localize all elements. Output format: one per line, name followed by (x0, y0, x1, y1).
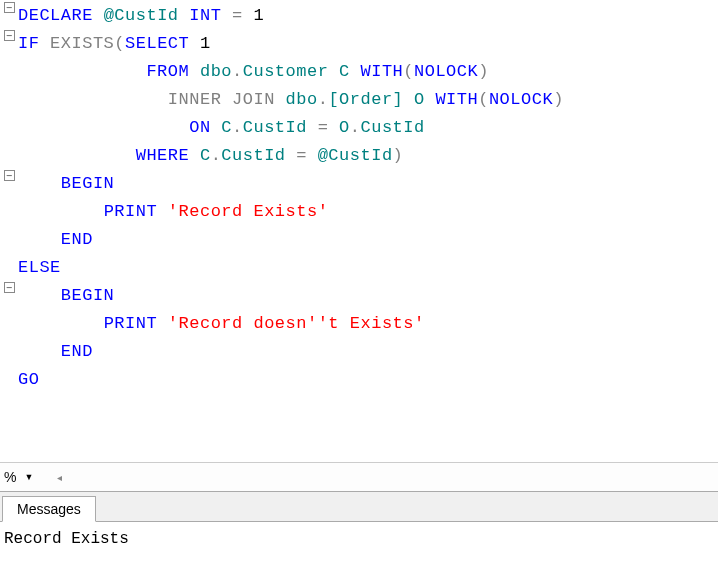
code-token (18, 146, 136, 165)
tab-label: Messages (17, 501, 81, 517)
code-content[interactable]: DECLARE @CustId INT = 1IF EXISTS(SELECT … (18, 0, 718, 462)
gutter-row (0, 254, 18, 282)
fold-collapse-icon[interactable]: − (4, 30, 15, 41)
code-token: ) (478, 62, 489, 81)
code-token (157, 202, 168, 221)
code-line[interactable]: ON C.CustId = O.CustId (18, 114, 718, 142)
code-line[interactable]: PRINT 'Record doesn''t Exists' (18, 310, 718, 338)
code-token (221, 6, 232, 25)
chevron-down-icon[interactable]: ▼ (20, 472, 37, 482)
code-token: O (339, 118, 350, 137)
code-line[interactable]: INNER JOIN dbo.[Order] O WITH(NOLOCK) (18, 86, 718, 114)
code-token: ELSE (18, 258, 61, 277)
code-token: BEGIN (61, 174, 115, 193)
expand-arrow-icon[interactable]: ◂ (57, 472, 62, 483)
code-token: 1 (253, 6, 264, 25)
gutter-row: − (0, 2, 18, 30)
code-token: . (318, 90, 329, 109)
code-token: 'Record Exists' (168, 202, 329, 221)
code-line[interactable]: WHERE C.CustId = @CustId) (18, 142, 718, 170)
gutter-row (0, 58, 18, 86)
results-tabs: Messages (0, 492, 718, 522)
code-token: WHERE (136, 146, 190, 165)
code-token: . (232, 62, 243, 81)
gutter-row (0, 226, 18, 254)
code-line[interactable]: BEGIN (18, 282, 718, 310)
gutter-row (0, 338, 18, 366)
code-token: . (232, 118, 243, 137)
code-token: ( (478, 90, 489, 109)
code-token: GO (18, 370, 39, 389)
code-line[interactable]: FROM dbo.Customer C WITH(NOLOCK) (18, 58, 718, 86)
fold-collapse-icon[interactable]: − (4, 2, 15, 13)
code-line[interactable]: GO (18, 366, 718, 394)
messages-output[interactable]: Record Exists (0, 522, 718, 576)
code-token: dbo (200, 62, 232, 81)
code-token: O (414, 90, 425, 109)
code-line[interactable]: BEGIN (18, 170, 718, 198)
code-token (18, 202, 104, 221)
code-token: INNER (168, 90, 222, 109)
code-token: END (61, 342, 93, 361)
tab-messages[interactable]: Messages (2, 496, 96, 522)
code-token: JOIN (232, 90, 275, 109)
code-token: DECLARE (18, 6, 93, 25)
code-token: NOLOCK (489, 90, 553, 109)
code-token: WITH (360, 62, 403, 81)
code-token: @CustId (318, 146, 393, 165)
code-token: END (61, 230, 93, 249)
code-token (425, 90, 436, 109)
code-token (189, 34, 200, 53)
code-token: = (296, 146, 307, 165)
code-token: BEGIN (61, 286, 115, 305)
code-token (350, 62, 361, 81)
fold-collapse-icon[interactable]: − (4, 170, 15, 181)
fold-collapse-icon[interactable]: − (4, 282, 15, 293)
code-token: PRINT (104, 202, 158, 221)
code-token: = (318, 118, 329, 137)
gutter-row (0, 114, 18, 142)
code-token: ) (393, 146, 404, 165)
code-token: 1 (200, 34, 211, 53)
code-token: C (339, 62, 350, 81)
code-token (18, 174, 61, 193)
code-token (18, 314, 104, 333)
code-line[interactable]: END (18, 338, 718, 366)
splitter-bar: % ▼ ◂ (0, 462, 718, 492)
code-token: Customer (243, 62, 329, 81)
gutter-row: − (0, 282, 18, 310)
code-line[interactable]: END (18, 226, 718, 254)
code-line[interactable]: PRINT 'Record Exists' (18, 198, 718, 226)
code-token (275, 90, 286, 109)
gutter-row (0, 86, 18, 114)
code-token (18, 118, 189, 137)
code-token: FROM (146, 62, 189, 81)
code-token: . (350, 118, 361, 137)
output-text: Record Exists (4, 530, 129, 548)
code-token: SELECT (125, 34, 189, 53)
code-token (328, 62, 339, 81)
code-token: ) (553, 90, 564, 109)
code-token (189, 62, 200, 81)
code-line[interactable]: DECLARE @CustId INT = 1 (18, 2, 718, 30)
code-line[interactable]: ELSE (18, 254, 718, 282)
code-token (328, 118, 339, 137)
code-token: NOLOCK (414, 62, 478, 81)
code-token: [Order] (328, 90, 403, 109)
fold-gutter: −−−− (0, 0, 18, 462)
sql-editor[interactable]: −−−− DECLARE @CustId INT = 1IF EXISTS(SE… (0, 0, 718, 462)
gutter-row (0, 142, 18, 170)
code-token: C (200, 146, 211, 165)
code-line[interactable]: IF EXISTS(SELECT 1 (18, 30, 718, 58)
code-token (403, 90, 414, 109)
code-token (307, 146, 318, 165)
gutter-row: − (0, 170, 18, 198)
code-token (18, 90, 168, 109)
code-token (93, 6, 104, 25)
code-token: CustId (221, 146, 285, 165)
code-token (307, 118, 318, 137)
gutter-row (0, 198, 18, 226)
zoom-selector[interactable]: % ▼ (4, 469, 37, 485)
gutter-row: − (0, 30, 18, 58)
code-token: ON (189, 118, 210, 137)
